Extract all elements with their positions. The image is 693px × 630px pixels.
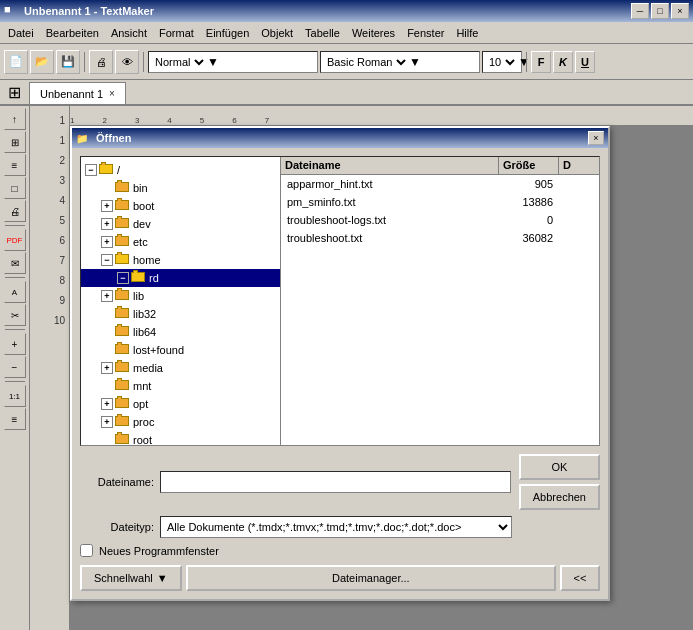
file-row-0[interactable]: apparmor_hint.txt 905 — [281, 175, 599, 193]
tree-expand-opt[interactable]: + — [101, 398, 113, 410]
menu-ansicht[interactable]: Ansicht — [105, 25, 153, 41]
tree-label-bin: bin — [133, 182, 148, 194]
menu-hilfe[interactable]: Hilfe — [450, 25, 484, 41]
menu-format[interactable]: Format — [153, 25, 200, 41]
window-controls: ─ □ × — [631, 3, 689, 19]
menu-datei[interactable]: Datei — [2, 25, 40, 41]
ok-button[interactable]: OK — [519, 454, 600, 480]
file-row-3[interactable]: troubleshoot.txt 36082 — [281, 229, 599, 247]
file-row-1[interactable]: pm_sminfo.txt 13886 — [281, 193, 599, 211]
sidebar-btn-6[interactable]: A — [4, 281, 26, 303]
new-button[interactable]: 📄 — [4, 50, 28, 74]
sidebar-btn-4[interactable]: □ — [4, 177, 26, 199]
tree-bin[interactable]: bin — [81, 179, 280, 197]
size-dropdown[interactable]: 10 ▼ — [482, 51, 522, 73]
cancel-button[interactable]: Abbrechen — [519, 484, 600, 510]
tree-expand-home[interactable]: − — [101, 254, 113, 266]
schnellwahl-label: Schnellwahl — [94, 572, 153, 584]
style-dropdown[interactable]: Normal ▼ — [148, 51, 318, 73]
left-sidebar: ↑ ⊞ ≡ □ 🖨 PDF ✉ A ✂ + − 1:1 ≡ — [0, 106, 30, 630]
minimize-button[interactable]: ─ — [631, 3, 649, 19]
tree-home[interactable]: − home — [81, 251, 280, 269]
font-dropdown-arrow: ▼ — [409, 55, 421, 69]
style-select[interactable]: Normal — [151, 55, 207, 69]
file-size-2: 0 — [497, 214, 557, 226]
tree-expand-dev[interactable]: + — [101, 218, 113, 230]
preview-button[interactable]: 👁 — [115, 50, 139, 74]
folder-icon-home — [115, 254, 131, 266]
filetype-label: Dateityp: — [80, 521, 160, 533]
menu-tabelle[interactable]: Tabelle — [299, 25, 346, 41]
sidebar-btn-2[interactable]: ⊞ — [4, 131, 26, 153]
dateimanager-button[interactable]: Dateimanager... — [186, 565, 556, 591]
menu-bearbeiten[interactable]: Bearbeiten — [40, 25, 105, 41]
schnellwahl-button[interactable]: Schnellwahl ▼ — [80, 565, 182, 591]
checkbox-label: Neues Programmfenster — [99, 545, 219, 557]
file-name-3: troubleshoot.txt — [283, 232, 497, 244]
tree-expand-media[interactable]: + — [101, 362, 113, 374]
tree-boot[interactable]: + boot — [81, 197, 280, 215]
new-tab-button[interactable]: ⊞ — [4, 82, 25, 104]
filename-input[interactable] — [160, 471, 511, 493]
sidebar-btn-8[interactable]: ≡ — [4, 408, 26, 430]
folder-icon-rd — [131, 272, 147, 284]
tree-expand-proc[interactable]: + — [101, 416, 113, 428]
close-button[interactable]: × — [671, 3, 689, 19]
tree-root[interactable]: root — [81, 431, 280, 445]
sidebar-btn-pdf[interactable]: PDF — [4, 229, 26, 251]
folder-icon-mnt — [115, 380, 131, 392]
size-select[interactable]: 10 — [485, 55, 518, 69]
tree-label-opt: opt — [133, 398, 148, 410]
sidebar-btn-3[interactable]: ≡ — [4, 154, 26, 176]
filetype-select[interactable]: Alle Dokumente (*.tmdx;*.tmvx;*.tmd;*.tm… — [160, 516, 512, 538]
tree-root[interactable]: − / — [81, 161, 280, 179]
tree-etc[interactable]: + etc — [81, 233, 280, 251]
underline-button[interactable]: U — [575, 51, 595, 73]
sidebar-btn-zoom-in[interactable]: + — [4, 333, 26, 355]
menu-fenster[interactable]: Fenster — [401, 25, 450, 41]
sidebar-btn-zoom-out[interactable]: − — [4, 356, 26, 378]
file-row-2[interactable]: troubleshoot-logs.txt 0 — [281, 211, 599, 229]
filename-row: Dateiname: OK Abbrechen — [80, 454, 600, 510]
tree-expand-boot[interactable]: + — [101, 200, 113, 212]
menu-weiteres[interactable]: Weiteres — [346, 25, 401, 41]
menu-objekt[interactable]: Objekt — [255, 25, 299, 41]
tree-media[interactable]: + media — [81, 359, 280, 377]
font-select[interactable]: Basic Roman — [323, 55, 409, 69]
sidebar-btn-1[interactable]: ↑ — [4, 108, 26, 130]
tree-proc[interactable]: + proc — [81, 413, 280, 431]
tree-lib32[interactable]: lib32 — [81, 305, 280, 323]
menu-einfuegen[interactable]: Einfügen — [200, 25, 255, 41]
print-button[interactable]: 🖨 — [89, 50, 113, 74]
tab-close-button[interactable]: × — [109, 88, 115, 99]
italic-button[interactable]: K — [553, 51, 573, 73]
tree-lostfound[interactable]: lost+found — [81, 341, 280, 359]
tree-dev[interactable]: + dev — [81, 215, 280, 233]
tree-lib64[interactable]: lib64 — [81, 323, 280, 341]
file-pane[interactable]: Dateiname Größe D apparmor_hint.txt 905 … — [281, 157, 599, 445]
tree-rd[interactable]: − rd — [81, 269, 280, 287]
sidebar-btn-5[interactable]: ✉ — [4, 252, 26, 274]
tree-label-media: media — [133, 362, 163, 374]
tree-expand-etc[interactable]: + — [101, 236, 113, 248]
tree-expand-rd[interactable]: − — [117, 272, 129, 284]
tree-expand-root[interactable]: − — [85, 164, 97, 176]
sidebar-btn-print[interactable]: 🖨 — [4, 200, 26, 222]
bold-button[interactable]: F — [531, 51, 551, 73]
arrow-button[interactable]: << — [560, 565, 600, 591]
sidebar-btn-7[interactable]: ✂ — [4, 304, 26, 326]
tree-pane[interactable]: − / bin + — [81, 157, 281, 445]
tree-opt[interactable]: + opt — [81, 395, 280, 413]
sidebar-btn-page[interactable]: 1:1 — [4, 385, 26, 407]
open-button[interactable]: 📂 — [30, 50, 54, 74]
tree-mnt[interactable]: mnt — [81, 377, 280, 395]
tab-bar: ⊞ Unbenannt 1 × — [0, 80, 693, 106]
new-window-checkbox[interactable] — [80, 544, 93, 557]
dialog-close-button[interactable]: × — [588, 131, 604, 145]
tab-unbenannt1[interactable]: Unbenannt 1 × — [29, 82, 126, 104]
font-dropdown[interactable]: Basic Roman ▼ — [320, 51, 480, 73]
maximize-button[interactable]: □ — [651, 3, 669, 19]
tree-lib[interactable]: + lib — [81, 287, 280, 305]
tree-expand-lib[interactable]: + — [101, 290, 113, 302]
save-button[interactable]: 💾 — [56, 50, 80, 74]
